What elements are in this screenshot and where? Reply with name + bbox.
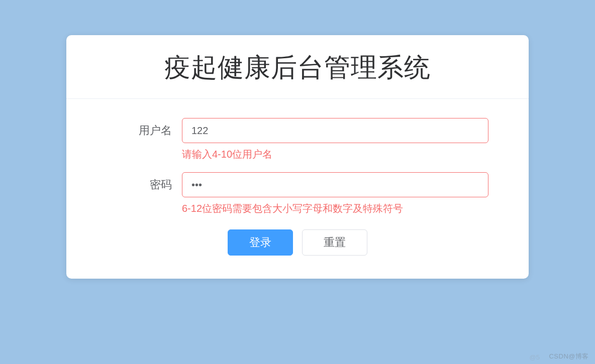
button-row: 登录 重置 <box>91 229 504 256</box>
reset-button[interactable]: 重置 <box>302 229 367 256</box>
watermark-right: CSDN@博客 <box>549 352 589 361</box>
username-label: 用户名 <box>91 118 182 138</box>
login-button[interactable]: 登录 <box>228 229 293 256</box>
password-label: 密码 <box>91 172 182 192</box>
username-row: 用户名 请输入4-10位用户名 <box>91 118 504 161</box>
watermark-left: @5 <box>530 353 540 361</box>
password-row: 密码 6-12位密码需要包含大小写字母和数字及特殊符号 <box>91 172 504 215</box>
card-header: 疫起健康后台管理系统 <box>66 35 529 99</box>
login-card: 疫起健康后台管理系统 用户名 请输入4-10位用户名 密码 6-12位密码需要包… <box>66 35 529 279</box>
username-input[interactable] <box>182 118 488 143</box>
card-body: 用户名 请输入4-10位用户名 密码 6-12位密码需要包含大小写字母和数字及特… <box>66 99 529 279</box>
password-error: 6-12位密码需要包含大小写字母和数字及特殊符号 <box>182 201 488 215</box>
username-input-col: 请输入4-10位用户名 <box>182 118 504 161</box>
username-error: 请输入4-10位用户名 <box>182 147 488 161</box>
password-input[interactable] <box>182 172 488 197</box>
page-title: 疫起健康后台管理系统 <box>76 50 519 85</box>
password-input-col: 6-12位密码需要包含大小写字母和数字及特殊符号 <box>182 172 504 215</box>
